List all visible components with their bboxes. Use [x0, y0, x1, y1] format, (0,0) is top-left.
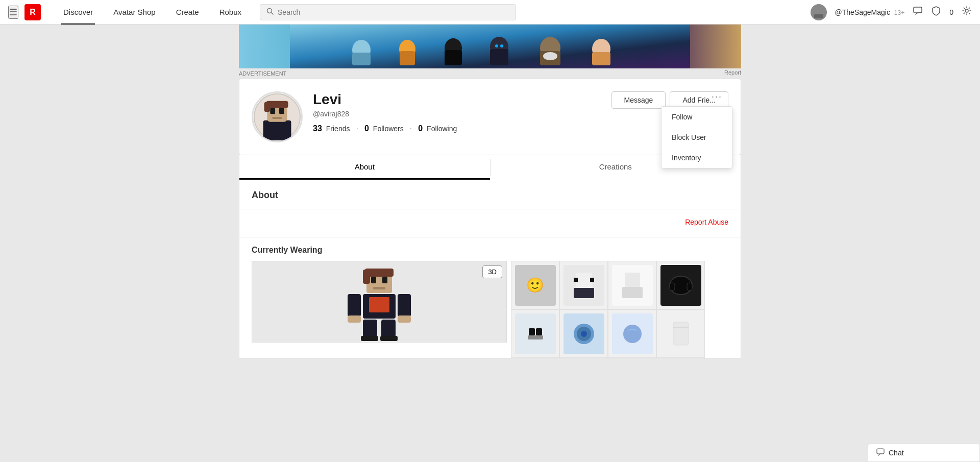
svg-rect-46 — [576, 273, 592, 288]
report-abuse: Report Abuse — [252, 217, 728, 227]
list-item[interactable] — [656, 261, 705, 309]
svg-rect-28 — [279, 108, 284, 114]
svg-rect-55 — [529, 328, 535, 335]
friends-label[interactable]: Friends — [326, 125, 350, 133]
dropdown-item-block-user[interactable]: Block User — [662, 127, 732, 148]
more-options-button[interactable]: ··· — [705, 87, 728, 106]
list-item[interactable] — [559, 309, 608, 358]
svg-rect-56 — [536, 328, 542, 335]
svg-point-16 — [500, 44, 503, 47]
svg-rect-45 — [380, 336, 398, 341]
svg-rect-12 — [445, 50, 462, 65]
svg-rect-54 — [687, 283, 692, 290]
svg-rect-62 — [673, 322, 689, 345]
svg-rect-26 — [264, 102, 271, 112]
ad-label: ADVERTISEMENT — [239, 70, 286, 77]
svg-rect-50 — [625, 273, 640, 287]
list-item[interactable] — [608, 309, 656, 358]
nav-item-robux[interactable]: Robux — [209, 0, 252, 25]
followers-label[interactable]: Followers — [373, 125, 404, 133]
svg-point-61 — [623, 325, 642, 343]
svg-rect-35 — [373, 287, 385, 289]
nav-right: @TheSageMagic 13+ 0 — [811, 4, 972, 20]
nav-item-create[interactable]: Create — [166, 0, 209, 25]
svg-rect-23 — [263, 120, 291, 140]
profile-header: Levi @aviraj828 33 Friends · 0 Followers… — [252, 91, 728, 142]
svg-rect-40 — [348, 315, 361, 323]
profile-name: Levi — [313, 91, 601, 108]
svg-rect-41 — [398, 315, 411, 323]
svg-line-1 — [272, 12, 274, 14]
tab-about[interactable]: About — [239, 155, 490, 180]
svg-rect-32 — [363, 270, 370, 284]
friends-count: 33 — [313, 124, 322, 133]
robux-count: 0 — [949, 8, 953, 16]
ad-report-link[interactable]: Report — [724, 69, 741, 78]
svg-point-60 — [581, 331, 587, 337]
hamburger-menu-button[interactable]: ☰ — [8, 6, 18, 19]
svg-rect-37 — [369, 297, 389, 312]
svg-rect-10 — [400, 51, 415, 65]
profile-username: @aviraj828 — [313, 110, 601, 118]
nav-item-discover[interactable]: Discover — [53, 0, 103, 25]
report-abuse-link[interactable]: Report Abuse — [685, 218, 728, 226]
ad-banner-image — [239, 25, 741, 68]
followers-count: 0 — [364, 124, 369, 133]
svg-rect-2 — [816, 8, 822, 14]
svg-rect-34 — [382, 277, 387, 283]
svg-rect-27 — [270, 108, 275, 114]
svg-rect-51 — [622, 287, 643, 298]
dropdown-item-inventory[interactable]: Inventory — [662, 148, 732, 168]
svg-rect-47 — [574, 288, 594, 298]
following-label[interactable]: Following — [427, 125, 457, 133]
ad-meta: ADVERTISEMENT Report — [239, 68, 741, 79]
dropdown-item-follow[interactable]: Follow — [662, 107, 732, 127]
3d-toggle-button[interactable]: 3D — [482, 265, 502, 278]
following-count: 0 — [418, 124, 423, 133]
navbar: ☰ R Discover Avatar Shop Create Robux — [0, 0, 980, 25]
content-area: ADVERTISEMENT Report ··· Follow Block Us… — [239, 25, 741, 379]
more-menu-area: ··· Follow Block User Inventory — [705, 87, 728, 106]
svg-rect-33 — [371, 277, 376, 283]
settings-icon-button[interactable] — [962, 6, 972, 18]
search-input[interactable] — [278, 8, 509, 16]
avatar-3d-preview: 3D — [252, 261, 507, 343]
chat-icon-button[interactable] — [913, 6, 923, 18]
svg-rect-49 — [590, 278, 594, 282]
profile-avatar — [252, 91, 303, 142]
list-item[interactable] — [559, 261, 608, 309]
svg-rect-57 — [528, 335, 543, 339]
list-item[interactable] — [656, 309, 705, 358]
svg-rect-4 — [914, 7, 922, 13]
shield-icon-button[interactable] — [931, 6, 941, 18]
profile-info: Levi @aviraj828 33 Friends · 0 Followers… — [313, 91, 601, 133]
svg-rect-53 — [670, 283, 675, 290]
nav-items: Discover Avatar Shop Create Robux — [53, 0, 252, 25]
dropdown-menu: Follow Block User Inventory — [661, 106, 732, 168]
chat-label: Chat — [889, 449, 904, 457]
svg-rect-64 — [877, 449, 884, 454]
list-item[interactable] — [511, 309, 559, 358]
wearing-title: Currently Wearing — [252, 246, 728, 255]
svg-rect-29 — [272, 117, 282, 119]
list-item[interactable] — [608, 261, 656, 309]
list-item[interactable]: 🙂 — [511, 261, 559, 309]
items-grid: 🙂 — [511, 261, 705, 358]
roblox-logo[interactable]: R — [24, 4, 41, 20]
svg-rect-39 — [398, 294, 411, 317]
ad-wrapper: ADVERTISEMENT Report — [239, 25, 741, 79]
svg-rect-48 — [574, 278, 578, 282]
chat-bar-icon — [876, 448, 885, 458]
avatar[interactable] — [811, 4, 827, 20]
wearing-section: Currently Wearing — [239, 237, 741, 358]
about-title: About — [252, 190, 728, 201]
chat-bar[interactable]: Chat — [868, 444, 980, 462]
svg-rect-3 — [814, 14, 823, 18]
nav-item-avatar-shop[interactable]: Avatar Shop — [103, 0, 165, 25]
profile-stats: 33 Friends · 0 Followers · 0 Following — [313, 124, 601, 133]
svg-point-5 — [965, 9, 968, 12]
svg-point-19 — [543, 52, 557, 60]
message-button[interactable]: Message — [611, 91, 666, 109]
svg-rect-8 — [352, 53, 371, 65]
svg-rect-21 — [592, 52, 610, 65]
